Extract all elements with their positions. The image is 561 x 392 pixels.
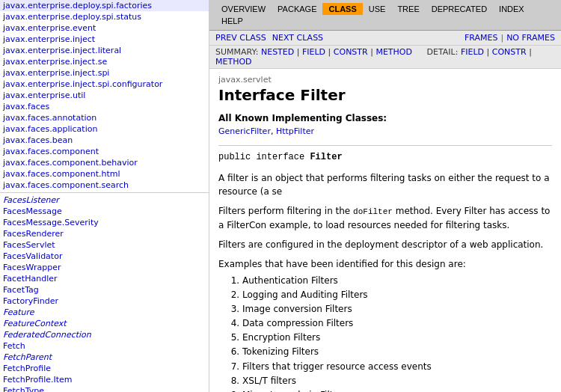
sidebar-item[interactable]: FetchParent <box>0 352 209 363</box>
sidebar-item[interactable]: javax.faces.component <box>0 146 209 157</box>
sidebar-item[interactable]: javax.enterprise.inject.literal <box>0 45 209 56</box>
example-item-4: Data compression Filters <box>242 316 552 331</box>
desc-paragraph-3: Filters are configured in the deployment… <box>218 238 552 251</box>
example-item-1: Authentication Filters <box>242 274 552 288</box>
sum-sep2: | <box>297 47 302 57</box>
topnav-btn-help[interactable]: HELP <box>215 15 249 27</box>
topnav-btn-deprecated[interactable]: DEPRECATED <box>426 3 493 15</box>
sidebar-item[interactable]: FacesServlet <box>0 239 209 251</box>
example-item-9: Mime-type chain Filter <box>242 388 552 392</box>
sidebar[interactable]: javax.enterprise.deploy.spi.factoriesjav… <box>0 0 209 392</box>
no-frames-link[interactable]: NO FRAMES <box>506 33 555 43</box>
topnav-btn-index[interactable]: INDEX <box>493 3 530 15</box>
examples-intro: Examples that have been identified for t… <box>218 257 552 271</box>
example-item-5: Encryption Filters <box>242 331 552 345</box>
sidebar-item[interactable]: FacetTag <box>0 284 209 295</box>
topnav-btn-package[interactable]: PACKAGE <box>272 3 322 15</box>
sum-sep3: | <box>328 47 334 57</box>
sidebar-item[interactable]: javax.faces.application <box>0 123 209 135</box>
sec-nav: PREV CLASS NEXT CLASS FRAMES | NO FRAMES <box>209 31 561 46</box>
sec-nav-sep2: | <box>500 33 503 43</box>
detail-label: DETAIL: <box>426 47 458 57</box>
known-classes-section: All Known Implementing Classes: GenericF… <box>218 113 552 136</box>
sidebar-item[interactable]: javax.faces.component.behavior <box>0 157 209 168</box>
sidebar-item[interactable]: FacesMessage.Severity <box>0 217 209 228</box>
content-area: javax.servlet Interface Filter All Known… <box>209 69 561 392</box>
method-link[interactable]: METHOD <box>375 47 412 57</box>
top-nav: OVERVIEWPACKAGECLASSUSETREEDEPRECATEDIND… <box>209 0 561 31</box>
example-item-6: Tokenizing Filters <box>242 345 552 359</box>
top-nav-buttons: OVERVIEWPACKAGECLASSUSETREEDEPRECATEDIND… <box>215 3 555 27</box>
http-filter-link[interactable]: HttpFilter <box>276 126 314 136</box>
sidebar-item[interactable]: FetchProfile <box>0 363 209 374</box>
package-name: javax.servlet <box>218 75 552 85</box>
sidebar-item[interactable]: javax.enterprise.inject.spi <box>0 67 209 79</box>
next-class-link[interactable]: NEXT CLASS <box>272 33 323 43</box>
sidebar-item[interactable]: javax.faces.component.html <box>0 168 209 180</box>
sidebar-item[interactable]: javax.enterprise.inject.spi.configurator <box>0 79 209 90</box>
topnav-btn-overview[interactable]: OVERVIEW <box>215 3 272 15</box>
sidebar-item[interactable]: javax.faces.annotation <box>0 112 209 123</box>
sidebar-top-section: javax.enterprise.deploy.spi.factoriesjav… <box>0 0 209 191</box>
sidebar-item[interactable]: FacesListener <box>0 195 209 206</box>
sidebar-item[interactable]: javax.faces.bean <box>0 135 209 146</box>
prev-class-link[interactable]: PREV CLASS <box>215 33 266 43</box>
sidebar-item[interactable]: javax.enterprise.util <box>0 90 209 101</box>
constr-link[interactable]: CONSTR <box>334 47 368 57</box>
sum-sep8: | <box>529 47 532 57</box>
example-item-8: XSL/T filters <box>242 374 552 388</box>
example-item-2: Logging and Auditing Filters <box>242 288 552 302</box>
sum-nav: SUMMARY: NESTED | FIELD | CONSTR | METHO… <box>209 46 561 69</box>
known-classes-label: All Known Implementing Classes: <box>218 113 552 123</box>
interface-title: Interface Filter <box>218 86 552 104</box>
generic-filter-link[interactable]: GenericFilter <box>218 126 271 136</box>
detail-method-link[interactable]: METHOD <box>215 57 252 67</box>
sidebar-item[interactable]: javax.enterprise.event <box>0 22 209 34</box>
sidebar-item[interactable]: FetchType <box>0 385 209 392</box>
example-item-7: Filters that trigger resource access eve… <box>242 360 552 374</box>
main-panel: OVERVIEWPACKAGECLASSUSETREEDEPRECATEDIND… <box>209 0 561 392</box>
sidebar-divider <box>0 192 209 193</box>
topnav-btn-class[interactable]: CLASS <box>322 3 362 15</box>
detail-constr-link[interactable]: CONSTR <box>492 47 527 57</box>
topnav-btn-use[interactable]: USE <box>363 3 392 15</box>
detail-field-link[interactable]: FIELD <box>461 47 484 57</box>
sidebar-item[interactable]: javax.enterprise.deploy.spi.status <box>0 11 209 22</box>
known-classes-links: GenericFilter, HttpFilter <box>218 126 552 136</box>
desc-paragraph-1: A filter is an object that performs filt… <box>218 171 552 198</box>
sidebar-item[interactable]: FederatedConnection <box>0 329 209 340</box>
example-item-3: Image conversion Filters <box>242 302 552 316</box>
sidebar-item[interactable]: javax.enterprise.inject.se <box>0 56 209 67</box>
sidebar-item[interactable]: FetchProfile.Item <box>0 374 209 385</box>
sidebar-item[interactable]: javax.enterprise.inject <box>0 34 209 45</box>
sidebar-item[interactable]: FeatureContext <box>0 318 209 329</box>
field-link[interactable]: FIELD <box>302 47 325 57</box>
examples-list: Authentication FiltersLogging and Auditi… <box>242 274 552 393</box>
sidebar-item[interactable]: FacesRenderer <box>0 228 209 239</box>
sidebar-item[interactable]: FacesValidator <box>0 251 209 262</box>
interface-signature: public interface Filter <box>218 152 552 162</box>
content-divider <box>218 145 552 146</box>
desc-paragraph-2: Filters perform filtering in the doFilte… <box>218 204 552 232</box>
sidebar-item[interactable]: javax.faces <box>0 101 209 112</box>
sidebar-item[interactable]: FacetHandler <box>0 273 209 284</box>
sidebar-item[interactable]: javax.enterprise.deploy.spi.factories <box>0 0 209 11</box>
sidebar-item[interactable]: FacesWrapper <box>0 262 209 273</box>
frames-link[interactable]: FRAMES <box>465 33 497 43</box>
sidebar-item[interactable]: Fetch <box>0 340 209 352</box>
sidebar-item[interactable]: Feature <box>0 307 209 318</box>
sidebar-bottom-section: FacesListenerFacesMessageFacesMessage.Se… <box>0 195 209 392</box>
sidebar-item[interactable]: javax.faces.component.search <box>0 180 209 191</box>
summary-label: SUMMARY: <box>215 47 258 57</box>
nested-link[interactable]: NESTED <box>261 47 294 57</box>
topnav-btn-tree[interactable]: TREE <box>391 3 425 15</box>
sidebar-item[interactable]: FactoryFinder <box>0 295 209 307</box>
sum-sep7: | <box>487 47 492 57</box>
sidebar-item[interactable]: FacesMessage <box>0 206 209 217</box>
